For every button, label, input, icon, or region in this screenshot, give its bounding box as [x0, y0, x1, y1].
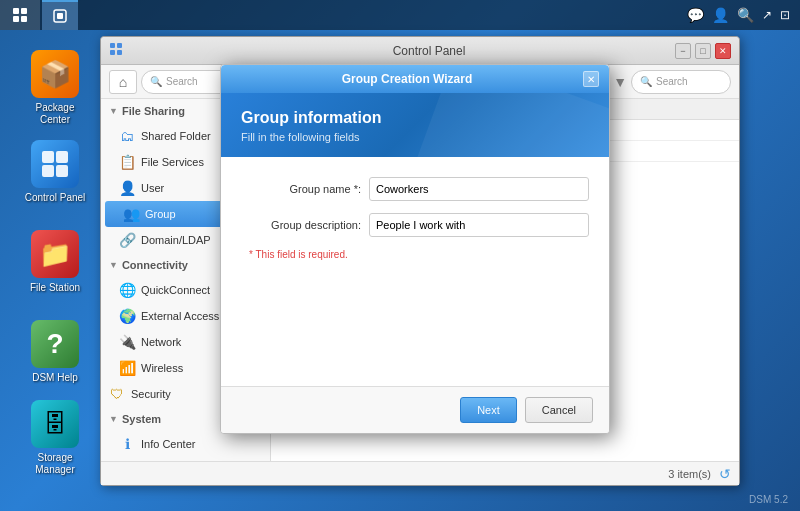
minimize-button[interactable]: −: [675, 43, 691, 59]
sidebar-item-info-center[interactable]: ℹ Info Center: [101, 431, 270, 457]
file-station-icon: 📁: [31, 230, 79, 278]
external-access-icon: 🌍: [119, 308, 135, 324]
svg-rect-11: [117, 43, 122, 48]
modal-header-section: Group information Fill in the following …: [221, 93, 609, 157]
next-button[interactable]: Next: [460, 397, 517, 423]
user-nav-icon: 👤: [119, 180, 135, 196]
file-station-label: File Station: [30, 282, 80, 294]
refresh-icon[interactable]: ↺: [719, 466, 731, 482]
domain-ldap-icon: 🔗: [119, 232, 135, 248]
window-icon: [109, 42, 123, 59]
shared-folder-icon: 🗂: [119, 128, 135, 144]
modal-body: Group name *: Group description: * This …: [221, 157, 609, 386]
svg-rect-5: [57, 13, 63, 19]
search-icon-main: 🔍: [640, 76, 652, 87]
status-bar: 3 item(s) ↺: [101, 461, 739, 485]
svg-rect-1: [21, 8, 27, 14]
desktop: 💬 👤 🔍 ↗ ⊡ 📦 Package Center Control Panel…: [0, 0, 800, 511]
system-arrow: ▼: [109, 414, 118, 424]
svg-rect-2: [13, 16, 19, 22]
modal-titlebar: Group Creation Wizard ✕: [221, 65, 609, 93]
group-creation-wizard-modal: Group Creation Wizard ✕ Group informatio…: [220, 64, 610, 434]
taskbar: 💬 👤 🔍 ↗ ⊡: [0, 0, 800, 30]
sidebar-label-group: Group: [145, 208, 176, 220]
control-panel-icon: [31, 140, 79, 188]
cancel-button[interactable]: Cancel: [525, 397, 593, 423]
control-panel-label: Control Panel: [25, 192, 86, 204]
connectivity-arrow: ▼: [109, 260, 118, 270]
sidebar-label-quickconnect: QuickConnect: [141, 284, 210, 296]
required-note: * This field is required.: [241, 249, 589, 260]
dsm-version: DSM 5.2: [749, 494, 788, 505]
section-label-connectivity: Connectivity: [122, 259, 188, 271]
taskbar-right-icons: 💬 👤 🔍 ↗ ⊡: [687, 7, 800, 23]
storage-manager-icon: 🗄: [31, 400, 79, 448]
svg-rect-6: [42, 151, 54, 163]
search-placeholder: Search: [166, 76, 198, 87]
sidebar-label-user: User: [141, 182, 164, 194]
sidebar-label-file-services: File Services: [141, 156, 204, 168]
grid-icon[interactable]: ⊡: [780, 8, 790, 22]
svg-rect-9: [56, 165, 68, 177]
desktop-icon-dsm-help[interactable]: ? DSM Help: [20, 320, 90, 384]
desktop-icon-storage-manager[interactable]: 🗄 Storage Manager: [20, 400, 90, 476]
chat-icon[interactable]: 💬: [687, 7, 704, 23]
required-text: This field is required.: [256, 249, 348, 260]
sidebar-label-wireless: Wireless: [141, 362, 183, 374]
search-main-placeholder: Search: [656, 76, 688, 87]
maximize-button[interactable]: □: [695, 43, 711, 59]
quickconnect-icon: 🌐: [119, 282, 135, 298]
sidebar-label-shared-folder: Shared Folder: [141, 130, 211, 142]
close-button[interactable]: ✕: [715, 43, 731, 59]
group-name-input[interactable]: [369, 177, 589, 201]
form-row-group-name: Group name *:: [241, 177, 589, 201]
info-center-icon: ℹ: [119, 436, 135, 452]
section-arrow: ▼: [109, 106, 118, 116]
external-icon[interactable]: ↗: [762, 8, 772, 22]
user-icon[interactable]: 👤: [712, 7, 729, 23]
security-icon: 🛡: [109, 386, 125, 402]
svg-rect-12: [110, 50, 115, 55]
desktop-icon-file-station[interactable]: 📁 File Station: [20, 230, 90, 294]
sidebar-label-domain-ldap: Domain/LDAP: [141, 234, 211, 246]
svg-rect-13: [117, 50, 122, 55]
search-right: ▼ 🔍 Search: [613, 70, 731, 94]
file-services-icon: 📋: [119, 154, 135, 170]
svg-rect-10: [110, 43, 115, 48]
window-title: Control Panel: [127, 44, 731, 58]
desktop-icon-control-panel[interactable]: Control Panel: [20, 140, 90, 204]
svg-rect-3: [21, 16, 27, 22]
item-count: 3 item(s): [668, 468, 711, 480]
start-button[interactable]: [0, 0, 40, 30]
modal-title: Group Creation Wizard: [231, 72, 583, 86]
modal-close-button[interactable]: ✕: [583, 71, 599, 87]
sidebar-label-security: Security: [131, 388, 171, 400]
dsm-help-label: DSM Help: [32, 372, 78, 384]
svg-rect-0: [13, 8, 19, 14]
home-button[interactable]: ⌂: [109, 70, 137, 94]
window-titlebar: Control Panel − □ ✕: [101, 37, 739, 65]
sidebar-label-info-center: Info Center: [141, 438, 195, 450]
package-center-label: Package Center: [20, 102, 90, 126]
group-desc-label: Group description:: [241, 219, 361, 231]
dsm-help-icon: ?: [31, 320, 79, 368]
search-icon-small: 🔍: [150, 76, 162, 87]
group-nav-icon: 👥: [123, 206, 139, 222]
modal-subheading: Fill in the following fields: [241, 131, 589, 143]
storage-manager-label: Storage Manager: [20, 452, 90, 476]
wireless-icon: 📶: [119, 360, 135, 376]
modal-heading: Group information: [241, 109, 589, 127]
section-label-file-sharing: File Sharing: [122, 105, 185, 117]
package-center-icon: 📦: [31, 50, 79, 98]
modal-footer: Next Cancel: [221, 387, 609, 433]
main-search[interactable]: 🔍 Search: [631, 70, 731, 94]
desktop-icon-package-center[interactable]: 📦 Package Center: [20, 50, 90, 126]
search-icon[interactable]: 🔍: [737, 7, 754, 23]
section-label-system: System: [122, 413, 161, 425]
taskbar-app-button[interactable]: [42, 0, 78, 30]
group-desc-input[interactable]: [369, 213, 589, 237]
window-controls: − □ ✕: [675, 43, 731, 59]
sidebar-label-external-access: External Access: [141, 310, 219, 322]
network-icon: 🔌: [119, 334, 135, 350]
filter-icon: ▼: [613, 74, 627, 90]
